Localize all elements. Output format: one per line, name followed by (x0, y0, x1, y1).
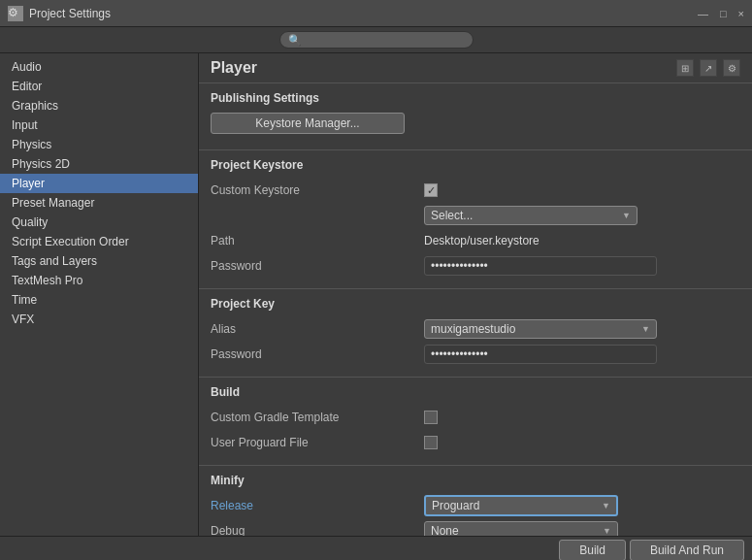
header-icons: ⊞ ↗ ⚙ (676, 59, 740, 77)
release-link[interactable]: Release (211, 499, 253, 512)
sidebar-item-input[interactable]: Input (0, 115, 198, 135)
release-dropdown-arrow: ▼ (602, 501, 610, 511)
keystore-select-value: Select... (431, 209, 473, 222)
custom-keystore-row: Custom Keystore (211, 180, 740, 201)
project-keystore-section: Project Keystore Custom Keystore Select.… (199, 150, 752, 289)
keystore-password-label: Password (211, 259, 424, 273)
user-proguard-label: User Proguard File (211, 436, 424, 449)
alias-label: Alias (211, 322, 424, 336)
publishing-settings-section: Publishing Settings Keystore Manager... (199, 83, 752, 150)
path-row: Path Desktop/user.keystore (211, 230, 740, 251)
key-password-input[interactable] (424, 345, 657, 364)
title-bar: ⚙ Project Settings — □ × (0, 0, 752, 27)
sidebar-item-physics[interactable]: Physics (0, 135, 198, 154)
minify-title: Minify (211, 474, 740, 487)
build-section: Build Custom Gradle Template User Progua… (199, 378, 752, 466)
path-label: Path (211, 234, 424, 247)
sidebar-item-physics2d[interactable]: Physics 2D (0, 154, 198, 174)
keystore-select-dropdown[interactable]: Select... ▼ (424, 206, 638, 225)
close-btn[interactable]: × (735, 8, 748, 19)
sidebar: Audio Editor Graphics Input Physics Phys… (0, 53, 199, 536)
release-dropdown[interactable]: Proguard ▼ (424, 495, 618, 516)
sidebar-item-script-execution[interactable]: Script Execution Order (0, 232, 198, 251)
sidebar-item-textmesh-pro[interactable]: TextMesh Pro (0, 271, 198, 290)
user-proguard-row: User Proguard File (211, 432, 740, 453)
page-title: Player (211, 59, 257, 77)
project-keystore-title: Project Keystore (211, 158, 740, 172)
custom-gradle-checkbox[interactable] (424, 411, 438, 424)
maximize-btn[interactable]: □ (716, 8, 731, 19)
custom-keystore-label: Custom Keystore (211, 183, 424, 197)
debug-dropdown-arrow: ▼ (603, 526, 611, 536)
select-arrow-icon: ▼ (622, 211, 631, 220)
settings-icon[interactable]: ⚙ (723, 59, 740, 77)
sidebar-item-audio[interactable]: Audio (0, 57, 198, 77)
window-icon: ⚙ (8, 6, 23, 21)
release-row: Release Proguard ▼ (211, 495, 740, 516)
project-key-section: Project Key Alias muxigamestudio ▼ Passw… (199, 289, 752, 378)
debug-row: Debug None ▼ (211, 520, 740, 536)
keystore-password-input[interactable] (424, 256, 657, 276)
sidebar-item-editor[interactable]: Editor (0, 77, 198, 96)
keystore-manager-button[interactable]: Keystore Manager... (211, 113, 405, 134)
build-and-run-button[interactable]: Build And Run (630, 540, 744, 561)
main-layout: Audio Editor Graphics Input Physics Phys… (0, 53, 752, 536)
minify-section: Minify Release Proguard ▼ Debug None ▼ (199, 466, 752, 536)
search-input[interactable] (279, 31, 474, 49)
alias-arrow-icon: ▼ (641, 324, 650, 334)
layout-icon[interactable]: ⊞ (676, 59, 694, 77)
sidebar-item-graphics[interactable]: Graphics (0, 96, 198, 115)
window-controls: — □ × (694, 8, 748, 19)
build-title: Build (211, 385, 740, 399)
alias-value: muxigamestudio (431, 322, 515, 336)
keystore-password-row: Password (211, 255, 740, 277)
select-row: Select... ▼ (211, 205, 740, 226)
sidebar-item-time[interactable]: Time (0, 290, 198, 310)
project-key-title: Project Key (211, 297, 740, 311)
release-label: Release (211, 499, 424, 512)
user-proguard-checkbox[interactable] (424, 436, 438, 449)
sidebar-item-quality[interactable]: Quality (0, 213, 198, 232)
window-title: Project Settings (29, 7, 111, 20)
sidebar-item-preset-manager[interactable]: Preset Manager (0, 193, 198, 213)
minimize-btn[interactable]: — (694, 8, 712, 19)
alias-dropdown[interactable]: muxigamestudio ▼ (424, 319, 657, 339)
debug-dropdown[interactable]: None ▼ (424, 521, 618, 536)
content-area: Player ⊞ ↗ ⚙ Publishing Settings Keystor… (199, 53, 752, 536)
bottom-bar: Build Build And Run (0, 536, 752, 560)
custom-keystore-checkbox[interactable] (424, 183, 438, 197)
content-scroll[interactable]: Publishing Settings Keystore Manager... … (199, 83, 752, 536)
path-value: Desktop/user.keystore (424, 234, 539, 247)
sidebar-item-player[interactable]: Player (0, 174, 198, 193)
debug-dropdown-value: None (431, 524, 459, 536)
search-bar (0, 27, 752, 53)
expand-icon[interactable]: ↗ (700, 59, 717, 77)
release-dropdown-value: Proguard (432, 499, 479, 512)
custom-gradle-label: Custom Gradle Template (211, 411, 424, 424)
build-button[interactable]: Build (559, 540, 626, 561)
alias-row: Alias muxigamestudio ▼ (211, 318, 740, 340)
debug-label: Debug (211, 524, 424, 536)
publishing-settings-title: Publishing Settings (211, 91, 740, 105)
sidebar-item-vfx[interactable]: VFX (0, 310, 198, 329)
custom-gradle-row: Custom Gradle Template (211, 407, 740, 428)
content-header: Player ⊞ ↗ ⚙ (199, 53, 752, 83)
key-password-row: Password (211, 344, 740, 365)
key-password-label: Password (211, 347, 424, 361)
sidebar-item-tags-and-layers[interactable]: Tags and Layers (0, 251, 198, 271)
